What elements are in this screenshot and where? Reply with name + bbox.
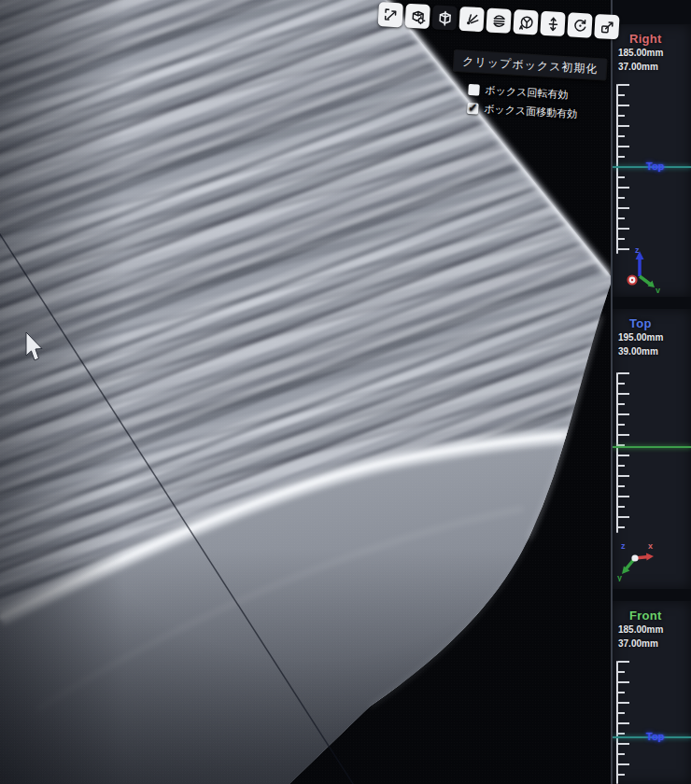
ruler — [616, 372, 637, 533]
svg-text:y: y — [656, 286, 660, 293]
ortho-views-panel: Right 185.00mm 37.00mm Top z y Top 195.0… — [611, 0, 691, 784]
toolbar-button-volume-box-settings[interactable] — [405, 4, 430, 29]
toolbar-button-slice-globe[interactable] — [486, 7, 511, 33]
slice-line-label: Top — [646, 161, 664, 172]
toolbar-button-trackball-rotate[interactable] — [513, 9, 538, 35]
slice-globe-icon — [490, 12, 507, 29]
box-face-move-checkbox[interactable] — [467, 102, 479, 114]
svg-text:z: z — [621, 541, 626, 551]
lighting-icon — [463, 11, 480, 28]
front-plane-slice-line[interactable] — [613, 446, 691, 448]
axis-triad-icon: z y — [622, 245, 663, 293]
svg-text:x: x — [648, 541, 653, 551]
clip-box-options: ボックス回転有効 ボックス面移動有効 — [467, 82, 579, 121]
slice-line-label: Top — [646, 731, 664, 742]
plane-rotate-icon — [571, 17, 588, 34]
panel-top-title: Top — [613, 309, 691, 330]
svg-text:y: y — [617, 573, 622, 581]
screenshot-region-icon — [382, 7, 399, 23]
ruler — [616, 661, 637, 784]
panel-top-width: 195.00mm — [613, 330, 691, 344]
clip-box-icon — [436, 9, 453, 26]
panel-top-view[interactable]: Top 195.00mm 39.00mm z x y — [613, 309, 691, 589]
panel-front-view[interactable]: Front 185.00mm 37.00mm Top — [613, 601, 691, 784]
panel-front-height: 37.00mm — [613, 637, 691, 651]
toolbar-button-clip-box[interactable] — [431, 5, 457, 30]
trackball-rotate-icon — [517, 14, 534, 31]
panel-right-title: Right — [613, 24, 691, 46]
panel-right-view[interactable]: Right 185.00mm 37.00mm Top z y — [613, 24, 691, 297]
panel-top-height: 39.00mm — [613, 344, 691, 358]
top-plane-slice-line[interactable]: Top — [613, 166, 691, 168]
axis-move-icon — [544, 15, 561, 32]
panel-front-width: 185.00mm — [613, 623, 691, 637]
box-rotation-checkbox[interactable] — [468, 83, 480, 95]
toolbar-button-plane-rotate[interactable] — [567, 12, 592, 37]
axis-triad-icon: z x y — [616, 539, 659, 581]
toolbar-button-box-reset[interactable] — [594, 14, 619, 39]
volume-render-image — [0, 0, 691, 784]
volume-box-settings-icon — [409, 7, 426, 24]
toolbar-button-axis-move[interactable] — [540, 11, 565, 36]
toolbar-button-lighting[interactable] — [458, 7, 484, 32]
panel-right-width: 185.00mm — [613, 46, 691, 60]
top-plane-slice-line[interactable]: Top — [613, 736, 691, 738]
main-3d-viewport[interactable] — [0, 0, 691, 784]
panel-front-title: Front — [613, 601, 691, 623]
toolbar-button-screenshot-region[interactable] — [378, 2, 403, 27]
box-reset-icon — [599, 19, 615, 35]
ruler — [616, 84, 637, 254]
panel-right-height: 37.00mm — [613, 60, 691, 74]
